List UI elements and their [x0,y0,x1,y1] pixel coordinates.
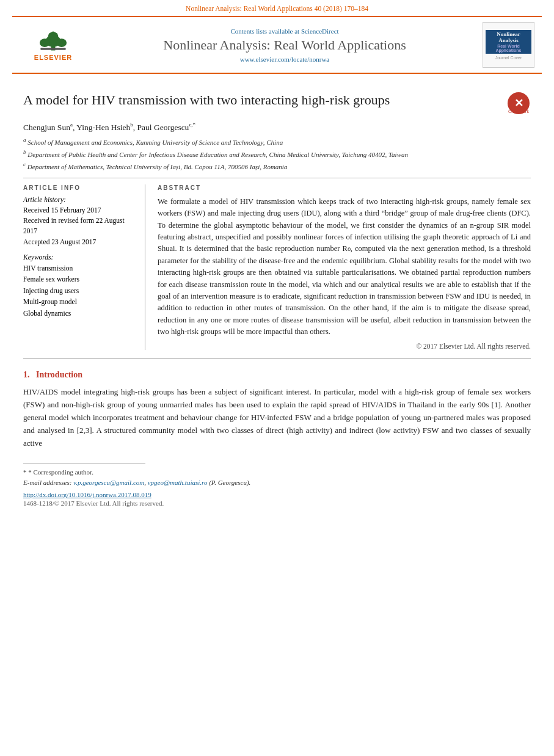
section-divider [23,178,531,178]
email-link-2[interactable]: vpgeo@math.tuiasi.ro [148,479,208,486]
journal-header-center: Contents lists available at ScienceDirec… [94,27,475,63]
crossmark-icon[interactable]: ✕ CrossMark [506,91,531,115]
abstract-label: ABSTRACT [158,184,531,191]
footer-divider [23,463,145,463]
journal-title-header: Nonlinear Analysis: Real World Applicati… [94,37,475,53]
svg-point-6 [51,31,55,35]
keywords-section: Keywords: HIV transmission Female sex wo… [23,253,136,319]
affiliation-sup-a: a [70,122,73,128]
svg-text:✕: ✕ [514,97,523,109]
elsevier-logo-area: ELSEVIER [20,29,87,61]
authors-line: Chengjun Suna, Ying-Hen Hsiehb, Paul Geo… [23,122,531,133]
article-info-label: ARTICLE INFO [23,184,136,191]
affiliation-b: b Department of Public Health and Center… [23,148,531,159]
keyword-3: Injecting drug users [23,285,136,296]
aff-sup-b: b [23,149,26,155]
article-title: A model for HIV transmission with two in… [23,91,500,109]
license-line: 1468-1218/© 2017 Elsevier Ltd. All right… [23,500,531,507]
two-column-section: ARTICLE INFO Article history: Received 1… [23,184,531,351]
email-label: E-mail addresses: [23,479,71,486]
keyword-4: Multi-group model [23,296,136,307]
affiliation-sup-b: b [130,122,133,128]
accepted-date: Accepted 23 August 2017 [23,237,136,247]
affiliation-sup-c: c,* [189,122,195,128]
received-revised-date: Received in revised form 22 August 2017 [23,216,136,237]
email-suffix: (P. Georgescu). [209,479,250,486]
received-date: Received 15 February 2017 [23,205,136,216]
aff-sup-a: a [23,137,26,143]
abstract-column: ABSTRACT We formulate a model of HIV tra… [158,184,531,351]
abstract-text: We formulate a model of HIV transmission… [158,196,531,338]
elsevier-url[interactable]: www.elsevier.com/locate/nonrwa [94,56,475,63]
introduction-paragraph: HIV/AIDS model integrating high-risk gro… [23,386,531,449]
keywords-label: Keywords: [23,253,136,261]
journal-header: ELSEVIER Contents lists available at Sci… [12,16,542,74]
top-journal-link[interactable]: Nonlinear Analysis: Real World Applicati… [0,0,554,16]
main-content: A model for HIV transmission with two in… [0,74,554,507]
sciencedirect-label[interactable]: ScienceDirect [301,27,339,35]
cover-caption: Journal Cover [495,56,522,60]
doi-link[interactable]: http://dx.doi.org/10.1016/j.nonrwa.2017.… [23,491,151,498]
email-footnote: E-mail addresses: v.p.georgescu@gmail.co… [23,478,531,488]
journal-cover-box: NonlinearAnalysis Real World Application… [486,30,531,54]
keyword-2: Female sex workers [23,274,136,285]
star-symbol: * [23,468,27,476]
contents-text: Contents lists available at [230,27,299,35]
article-history: Article history: Received 15 February 20… [23,196,136,247]
svg-point-2 [40,38,50,47]
svg-point-3 [57,38,67,47]
journal-cover-thumbnail: NonlinearAnalysis Real World Application… [483,22,534,68]
footer-area: * * Corresponding author. E-mail address… [23,459,531,507]
keyword-5: Global dynamics [23,308,136,319]
section-divider-2 [23,358,531,359]
affiliation-c: c Department of Mathematics, Technical U… [23,161,531,172]
affiliations-block: a School of Management and Economics, Ku… [23,136,531,172]
journal-citation-link[interactable]: Nonlinear Analysis: Real World Applicati… [186,5,368,12]
svg-text:CrossMark: CrossMark [508,109,529,114]
keyword-1: HIV transmission [23,263,136,274]
affiliation-a: a School of Management and Economics, Ku… [23,136,531,147]
section-number: 1. [23,370,30,379]
doi-line[interactable]: http://dx.doi.org/10.1016/j.nonrwa.2017.… [23,491,531,498]
aff-sup-c: c [23,161,26,167]
email-link-1[interactable]: v.p.georgescu@gmail.com [73,479,144,486]
sciencedirect-link: Contents lists available at ScienceDirec… [94,27,475,35]
section-title: 1. Introduction [23,370,531,380]
elsevier-brand-text: ELSEVIER [34,54,72,61]
copyright-line: © 2017 Elsevier Ltd. All rights reserved… [158,343,531,350]
article-title-section: A model for HIV transmission with two in… [23,91,531,115]
history-label: Article history: [23,196,136,203]
introduction-section: 1. Introduction HIV/AIDS model integrati… [23,370,531,449]
section-title-text: Introduction [36,370,82,379]
article-info-column: ARTICLE INFO Article history: Received 1… [23,184,145,351]
corresponding-label: * Corresponding author. [28,468,93,476]
page: Nonlinear Analysis: Real World Applicati… [0,0,554,756]
corresponding-author-note: * * Corresponding author. [23,467,531,478]
elsevier-tree-icon [29,29,78,53]
svg-rect-5 [40,48,65,49]
